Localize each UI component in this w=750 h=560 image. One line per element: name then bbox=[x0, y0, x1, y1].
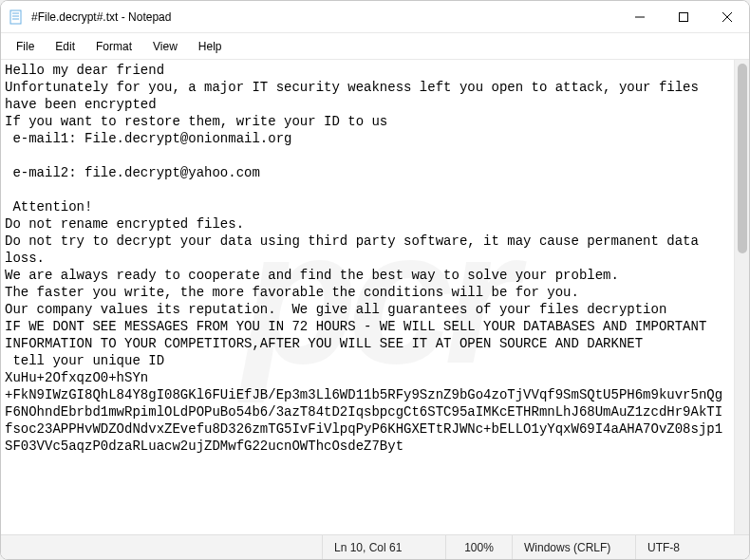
window-title: #File.decrypt#.txt - Notepad bbox=[31, 10, 618, 24]
statusbar: Ln 10, Col 61 100% Windows (CRLF) UTF-8 bbox=[1, 534, 749, 559]
status-encoding: UTF-8 bbox=[635, 535, 749, 559]
status-zoom: 100% bbox=[445, 535, 512, 559]
svg-rect-0 bbox=[10, 10, 21, 24]
menu-help[interactable]: Help bbox=[189, 36, 232, 57]
vertical-scrollbar[interactable] bbox=[734, 60, 749, 534]
text-editor[interactable]: Hello my dear friend Unfortunately for y… bbox=[1, 60, 734, 534]
menu-view[interactable]: View bbox=[143, 36, 187, 57]
close-button[interactable] bbox=[705, 1, 749, 32]
status-line-ending: Windows (CRLF) bbox=[512, 535, 635, 559]
svg-rect-5 bbox=[680, 12, 688, 21]
status-cursor-position: Ln 10, Col 61 bbox=[322, 535, 445, 559]
notepad-window: #File.decrypt#.txt - Notepad File Edit F… bbox=[0, 0, 750, 560]
content-area: Hello my dear friend Unfortunately for y… bbox=[1, 60, 749, 534]
notepad-icon bbox=[9, 9, 24, 25]
window-controls bbox=[618, 1, 749, 32]
status-spacer bbox=[1, 535, 322, 559]
maximize-button[interactable] bbox=[662, 1, 705, 32]
minimize-button[interactable] bbox=[618, 1, 662, 32]
menu-edit[interactable]: Edit bbox=[46, 36, 84, 57]
menu-file[interactable]: File bbox=[7, 36, 44, 57]
scroll-thumb[interactable] bbox=[738, 64, 747, 253]
titlebar: #File.decrypt#.txt - Notepad bbox=[1, 1, 749, 33]
menu-format[interactable]: Format bbox=[86, 36, 141, 57]
menubar: File Edit Format View Help bbox=[1, 33, 749, 60]
